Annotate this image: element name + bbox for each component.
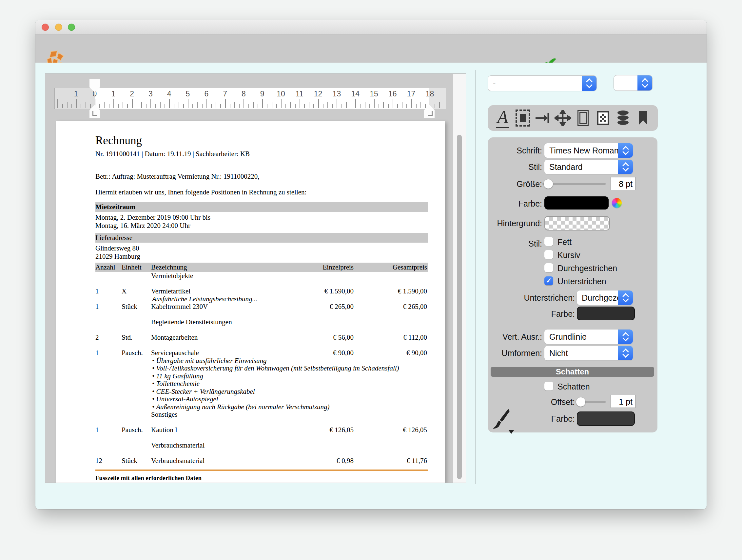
- ruler-tick: [300, 99, 300, 108]
- cell-note: Ausführliche Leistungsbeschreibung...: [152, 295, 257, 303]
- groesse-slider[interactable]: [542, 183, 606, 185]
- underline-farbe-color-well[interactable]: [577, 307, 635, 320]
- cell-category: Sonstiges: [151, 410, 178, 419]
- checkbox-kursiv[interactable]: [544, 250, 553, 259]
- close-window-button[interactable]: [42, 23, 49, 31]
- offset-slider[interactable]: [576, 401, 606, 403]
- ruler-tick: [197, 102, 198, 108]
- hintergrund-color-well[interactable]: [544, 216, 610, 231]
- ruler-number: 7: [215, 90, 235, 98]
- ruler-tick: [76, 99, 77, 108]
- document-page[interactable]: Rechnung Nr. 1911000141 | Datum: 19.11.1…: [56, 121, 445, 483]
- tab-bookmark[interactable]: [634, 108, 652, 128]
- ruler-tick: [207, 99, 207, 108]
- tab-font[interactable]: A: [493, 108, 512, 128]
- secondary-dropdown[interactable]: [614, 75, 652, 91]
- vert-ausr-dropdown[interactable]: Grundlinie: [544, 329, 633, 344]
- ruler-tick: [369, 104, 370, 108]
- groesse-field[interactable]: 8 pt: [611, 177, 635, 190]
- ruler-number: 8: [234, 90, 253, 98]
- titlebar: [36, 20, 706, 35]
- umformen-label: Umformen:: [501, 349, 542, 358]
- mietzeitraum-line-1: Montag, 2. Dezember 2019 09:00 Uhr bis: [95, 213, 210, 222]
- ruler-tick: [392, 99, 393, 108]
- tab-tabulator[interactable]: [534, 108, 552, 128]
- schrift-value: Times New Roman: [544, 146, 618, 155]
- tab-background[interactable]: [594, 108, 612, 128]
- scrollbar-thumb[interactable]: [457, 135, 462, 479]
- cell-up: € 1.590,00: [288, 287, 354, 295]
- ruler-tick: [421, 102, 421, 108]
- groesse-slider-thumb[interactable]: [544, 180, 553, 189]
- checkbox-durchgestrichen[interactable]: [544, 263, 553, 272]
- table-row-item: 1Pausch.Servicepauschale€ 90,00€ 90,00: [56, 349, 445, 357]
- scrollbar-track[interactable]: [453, 74, 466, 482]
- color-wheel-icon[interactable]: [612, 198, 622, 208]
- ruler-tick: [118, 104, 119, 108]
- document-viewport: 10123456789101112131415161718 Rechnung N…: [45, 73, 466, 483]
- stepper-icon: [582, 76, 596, 91]
- style-group-label: Stil:: [528, 239, 542, 249]
- object-selector-value: -: [488, 79, 582, 88]
- right-margin-glyph: [428, 111, 433, 116]
- zoom-window-button[interactable]: [68, 23, 75, 31]
- farbe-color-well[interactable]: [544, 196, 608, 209]
- table-row-note: • CEE-Stecker + Verlängerungskabel: [56, 388, 445, 395]
- cell-note: • Außenreinigung nach Rückgabe (bei norm…: [152, 403, 330, 411]
- checkbox-fett[interactable]: [544, 237, 553, 246]
- tab-frame[interactable]: [574, 108, 592, 128]
- ruler-tick: [150, 99, 151, 108]
- table-row-spacer: [56, 341, 445, 349]
- doc-title: Rechnung: [95, 134, 142, 147]
- tab-position[interactable]: [553, 108, 572, 128]
- ruler-tick: [178, 102, 179, 108]
- tab-stop-icon: [535, 111, 550, 125]
- table-row-spacer: [56, 280, 445, 288]
- minimize-window-button[interactable]: [55, 23, 62, 31]
- ruler-tick: [202, 104, 203, 108]
- table-row-spacer: [56, 310, 445, 318]
- schatten-checkbox[interactable]: [544, 381, 553, 391]
- style-brush-button[interactable]: [492, 409, 510, 432]
- offset-field[interactable]: 1 pt: [611, 395, 635, 408]
- cell-note: • CEE-Stecker + Verlängerungskabel: [152, 388, 255, 396]
- umformen-value: Nicht: [544, 349, 618, 358]
- ruler-tick: [62, 104, 63, 108]
- brush-menu-arrow-icon[interactable]: [508, 430, 514, 434]
- checkbox-unterstrichen[interactable]: ✓: [544, 276, 553, 285]
- ruler-tick: [365, 102, 365, 108]
- umformen-dropdown[interactable]: Nicht: [544, 346, 633, 360]
- ruler-tick: [244, 99, 244, 108]
- cell-qty: 1: [95, 303, 99, 311]
- font-icon: A: [496, 108, 509, 128]
- col-header-gesamtpreis: Gesamtpreis: [362, 263, 427, 272]
- ruler-number: 11: [290, 90, 309, 98]
- ruler-tick: [378, 104, 379, 108]
- ruler-tick: [174, 104, 174, 108]
- schrift-dropdown[interactable]: Times New Roman: [544, 143, 633, 158]
- schatten-farbe-color-well[interactable]: [577, 411, 635, 426]
- ruler-tick: [304, 104, 305, 108]
- database-icon: [616, 109, 631, 126]
- object-selector-dropdown[interactable]: -: [488, 76, 596, 91]
- unterstrichen-dropdown[interactable]: Durchgezo...: [577, 291, 633, 305]
- cell-unit: Pausch.: [121, 426, 143, 434]
- offset-slider-thumb[interactable]: [576, 397, 585, 407]
- ruler-tick: [285, 104, 286, 108]
- stepper-icon: [618, 143, 633, 158]
- table-row-note: • Toilettenchemie: [56, 380, 445, 388]
- cell-up: € 126,05: [288, 426, 354, 434]
- ruler-number: 16: [383, 90, 403, 98]
- ruler-tick: [67, 102, 67, 108]
- ruler-tick: [397, 104, 398, 108]
- ruler-tick: [295, 104, 296, 108]
- cell-note: • Übergabe mit ausführlicher Einweisung: [152, 357, 267, 365]
- cell-note: • Voll-/Teilkaskoversicherung für den Wo…: [152, 364, 399, 372]
- vert-ausr-value: Grundlinie: [544, 332, 618, 342]
- tab-database[interactable]: [614, 108, 632, 128]
- ruler-tick: [411, 99, 412, 108]
- ruler-number: 17: [402, 90, 421, 98]
- tab-margins[interactable]: [514, 108, 532, 128]
- ruler-tick: [193, 104, 193, 108]
- stil-dropdown[interactable]: Standard: [544, 160, 633, 174]
